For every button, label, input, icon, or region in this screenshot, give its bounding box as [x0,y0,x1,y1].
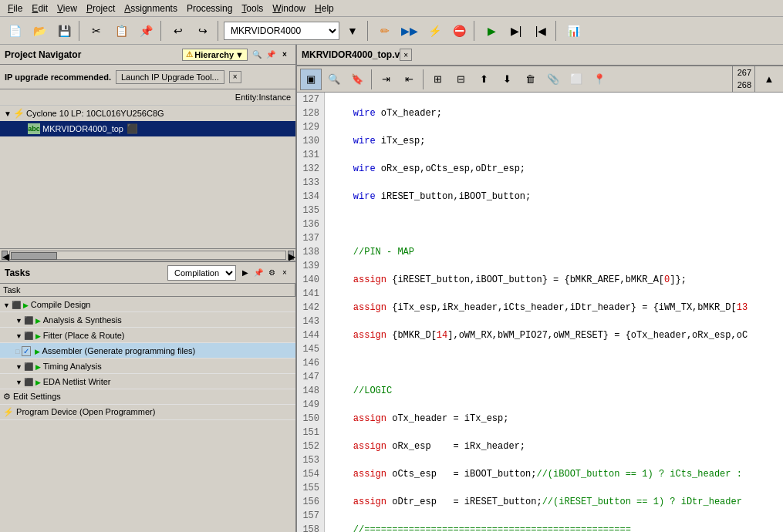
copy-button[interactable]: 📋 [110,20,133,42]
editor-sep1 [371,69,372,89]
search-icon[interactable]: 🔍 [251,49,263,61]
tasks-table-container: Task ▼ ⬛ ▶ Compile Design [0,284,295,420]
scroll-left-btn[interactable]: ◀ [2,251,8,260]
save-button[interactable]: 💾 [52,20,76,42]
menu-processing[interactable]: Processing [182,2,237,15]
expand-icon: ▼ [3,109,12,118]
tasks-start-icon[interactable]: ▶ [239,267,251,279]
line-numbers: 127128129130131 132133134135136 13713813… [297,93,325,532]
run-button[interactable]: ▶ [480,20,503,42]
task-timing[interactable]: ▼ ⬛ ▶ Timing Analysis [0,359,295,374]
task-compile-design[interactable]: ▼ ⬛ ▶ Compile Design [0,297,295,312]
task-edit-settings[interactable]: ⚙ Edit Settings [0,389,295,405]
loc-btn[interactable]: 📍 [589,69,610,90]
device-dropdown[interactable]: ▼ [341,20,364,42]
menu-view[interactable]: View [52,2,82,15]
chip-icon: ⚡ [12,108,25,119]
scroll-thumb[interactable] [11,252,57,260]
expand-all-btn[interactable]: ⊞ [427,69,448,90]
play-icon: ▶ [23,301,31,309]
menu-file[interactable]: File [3,2,27,15]
separator-3 [218,21,221,41]
task-eda[interactable]: ▼ ⬛ ▶ EDA Netlist Writer [0,374,295,389]
module-ports-icon: ⬛ [127,123,138,134]
task-label: Program Device (Open Programmer) [16,407,155,416]
compilation-select[interactable]: Compilation [167,265,236,281]
collapse-all-btn[interactable]: ⊟ [450,69,471,90]
compile-button[interactable]: ▶▶ [398,20,421,42]
total-lines: 268 [736,79,751,91]
outdent-btn[interactable]: ⇤ [398,69,420,90]
expand-icon: ▼ [3,301,12,309]
attach-btn[interactable]: 📎 [542,69,564,90]
editor-sep2 [423,69,424,89]
analyze-button[interactable]: ✏ [373,20,397,42]
project-navigator-header: Project Navigator ⚠ Hierarchy ▼ 🔍 📌 × [0,45,295,65]
indent-btn[interactable]: ⇥ [375,69,397,90]
launch-ip-upgrade-button[interactable]: Launch IP Upgrade Tool... [116,70,224,84]
tasks-settings-icon[interactable]: ⚙ [265,267,278,279]
code-line-132: //PIN - MAP [331,245,777,259]
tasks-panel: Tasks Compilation ▶ 📌 ⚙ × Task [0,261,295,420]
code-editor[interactable]: 127128129130131 132133134135136 13713813… [297,93,783,532]
menu-tools[interactable]: Tools [237,2,268,15]
nav-pin-icon[interactable]: 📌 [265,49,277,61]
editor-close-button[interactable]: × [400,49,412,61]
left-panel: Project Navigator ⚠ Hierarchy ▼ 🔍 📌 × IP… [0,45,297,532]
stop-button[interactable]: ⛔ [447,20,471,42]
hierarchy-dropdown[interactable]: ⚠ Hierarchy ▼ [182,49,248,61]
undo-button[interactable]: ↩ [167,20,190,42]
stepback-button[interactable]: |◀ [529,20,552,42]
task-analysis-synthesis[interactable]: ▼ ⬛ ▶ Analysis & Synthesis [0,312,295,328]
editor-toolbar: ▣ 🔍 🔖 ⇥ ⇤ ⊞ ⊟ ⬆ ⬇ 🗑 📎 ⬜ 📍 267 268 ▲ [297,66,783,93]
rtl-button[interactable]: 📊 [562,20,585,42]
task-column-header: Task [0,284,295,297]
task-assembler[interactable]: □ ✓ ▶ Assembler (Generate programming fi… [0,343,295,359]
tree-top-module[interactable]: abc MKRVIDOR4000_top ⬛ [0,121,295,136]
menu-project[interactable]: Project [82,2,120,15]
editor-select-mode[interactable]: ▣ [300,69,322,90]
task-status-icon: ⬛ [12,301,23,309]
editor-find-btn[interactable]: 🔍 [323,69,345,90]
new-button[interactable]: 📄 [3,20,26,42]
code-content[interactable]: wire oTx_header; wire iTx_esp; wire oRx_… [325,93,783,532]
task-label: Compile Design [31,300,91,309]
right-panel: MKRVIDOR4000_top.v × ▣ 🔍 🔖 ⇥ ⇤ ⊞ ⊟ ⬆ ⬇ 🗑… [297,45,783,532]
scroll-right-btn[interactable]: ▶ [288,251,294,260]
tasks-close-icon[interactable]: × [278,267,291,279]
task-status-icon: ⬛ [24,332,35,340]
rtl-view-btn[interactable]: ⬜ [565,69,587,90]
scroll-up-btn[interactable]: ▲ [758,69,780,90]
paste-button[interactable]: 📌 [134,20,157,42]
current-line: 267 [736,67,751,79]
code-line-134: assign {iTx_esp,iRx_header,iCts_header,i… [331,301,777,315]
menu-window[interactable]: Window [268,2,310,15]
tasks-table: Task ▼ ⬛ ▶ Compile Design [0,284,295,420]
code-line-129: wire oRx_esp,oCts_esp,oDtr_esp; [331,162,777,176]
clear-bookmark-btn[interactable]: 🗑 [519,69,541,90]
nav-settings-icon[interactable]: × [278,49,291,61]
device-select[interactable]: MKRVIDOR4000 [224,22,339,40]
play-icon: ▶ [35,348,42,355]
tree-device-node[interactable]: ▼ ⚡ Cyclone 10 LP: 10CL016YU256C8G [0,106,295,121]
close-ip-banner-button[interactable]: × [229,71,241,83]
menu-edit[interactable]: Edit [27,2,52,15]
navigator-scrollbar[interactable]: ◀ ▶ [0,248,295,261]
editor-bookmark-btn[interactable]: 🔖 [346,69,368,90]
next-bookmark-btn[interactable]: ⬇ [496,69,518,90]
menu-assignments[interactable]: Assignments [120,2,182,15]
fit-button[interactable]: ⚡ [423,20,446,42]
code-line-140: assign oCts_esp = iBOOT_button;//(iBOOT_… [331,467,777,481]
task-program-device[interactable]: ⚡ Program Device (Open Programmer) [0,405,295,420]
open-button[interactable]: 📂 [28,20,51,42]
task-fitter[interactable]: ▼ ⬛ ▶ Fitter (Place & Route) [0,328,295,343]
prev-bookmark-btn[interactable]: ⬆ [473,69,494,90]
redo-button[interactable]: ↪ [191,20,214,42]
editor-titlebar: MKRVIDOR4000_top.v × [297,45,783,66]
cut-button[interactable]: ✂ [85,20,108,42]
code-line-133: assign {iRESET_button,iBOOT_button} = {b… [331,273,777,287]
menu-help[interactable]: Help [310,2,339,15]
tasks-pin-icon[interactable]: 📌 [252,267,265,279]
scroll-track[interactable] [9,251,286,260]
step-button[interactable]: ▶| [505,20,528,42]
